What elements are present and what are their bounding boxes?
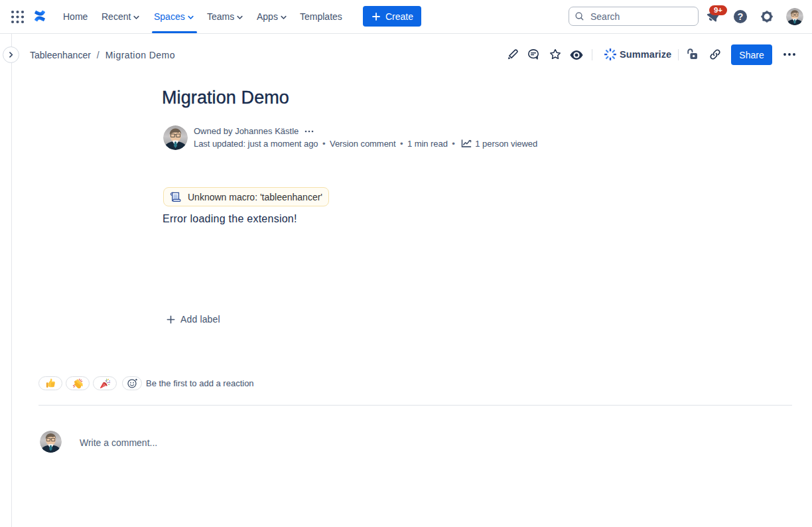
svg-text:?: ? <box>738 11 744 22</box>
